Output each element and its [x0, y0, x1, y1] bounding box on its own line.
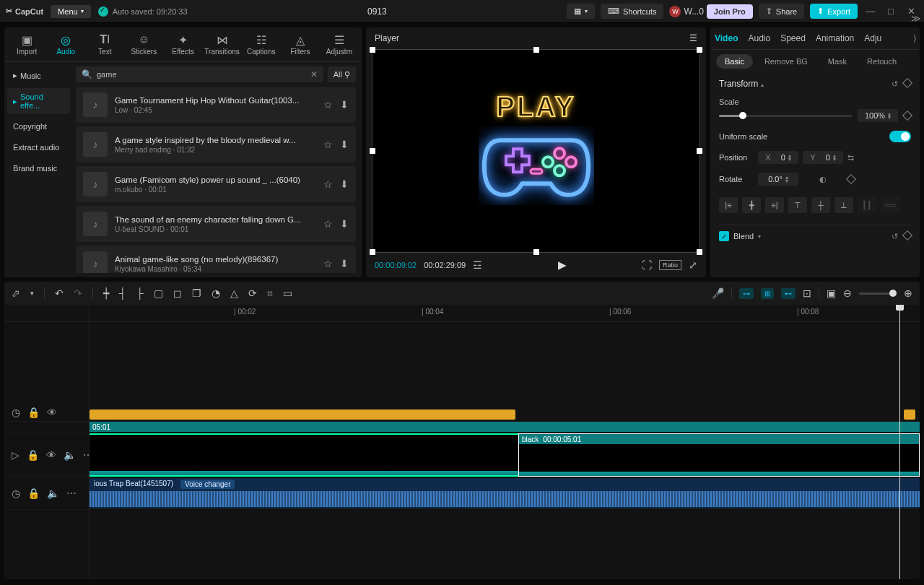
distribute-v-button[interactable]: ══: [881, 197, 899, 213]
join-pro-button[interactable]: Join Pro: [707, 4, 753, 19]
shortcuts-button[interactable]: ⌨ Shortcuts: [601, 4, 663, 19]
mute-icon[interactable]: 🔈: [64, 449, 76, 461]
rotate-value[interactable]: 0.0°▴▾: [758, 173, 798, 186]
mute-icon[interactable]: 🔈: [47, 488, 59, 499]
scale-value[interactable]: 100%▴▾: [858, 109, 898, 122]
prop-tab-video[interactable]: Video: [715, 33, 738, 43]
timeline-ruler[interactable]: | 00:02 | 00:04 | 00:06 | 00:08: [90, 305, 920, 322]
favorite-icon[interactable]: ☆: [323, 178, 333, 190]
more-icon[interactable]: ⋯: [66, 488, 77, 499]
trim-right-button[interactable]: ├: [136, 287, 144, 299]
align-vcenter-button[interactable]: ┼: [811, 197, 830, 213]
lock-icon[interactable]: 🔒: [27, 488, 40, 499]
share-button[interactable]: ⇪ Share: [759, 4, 804, 19]
cat-sfx[interactable]: ▸Sound effe...: [7, 88, 70, 114]
preview-button[interactable]: ⊡: [803, 287, 811, 299]
ratio-button[interactable]: Ratio: [659, 260, 681, 270]
cat-extract[interactable]: Extract audio: [7, 139, 70, 156]
lock-icon[interactable]: 🔒: [27, 407, 40, 418]
scale-slider[interactable]: [719, 115, 852, 117]
nav-filters[interactable]: ◬Filters: [281, 32, 320, 57]
link-xy-icon[interactable]: ⇆: [847, 153, 854, 162]
zoom-in-button[interactable]: ⊕: [904, 287, 912, 299]
compare-icon[interactable]: ☲: [473, 259, 482, 271]
eye-icon[interactable]: 👁: [47, 407, 57, 418]
keyframe-icon[interactable]: [902, 77, 912, 87]
cat-copyright[interactable]: Copyright: [7, 118, 70, 135]
mic-button[interactable]: 🎤: [712, 287, 724, 299]
search-box[interactable]: 🔍 ✕: [76, 66, 323, 82]
download-icon[interactable]: ⬇: [340, 178, 349, 190]
menu-button[interactable]: Menu ▾: [51, 5, 91, 18]
subtab-basic[interactable]: Basic: [716, 54, 753, 69]
video-lane[interactable]: black00:00:05:01: [90, 433, 920, 477]
mirror-button[interactable]: △: [230, 287, 238, 299]
nav-effects[interactable]: ✦Effects: [163, 32, 202, 57]
audio-item[interactable]: ♪ The sound of an enemy character fallin…: [76, 206, 356, 242]
cat-brand[interactable]: Brand music: [7, 160, 70, 177]
delete-button[interactable]: ▢: [154, 287, 163, 299]
align-hcenter-button[interactable]: ╋: [742, 197, 761, 213]
position-y[interactable]: Y 0▴▾: [803, 151, 843, 164]
fullscreen-icon[interactable]: ⤢: [689, 259, 697, 271]
prop-tab-animation[interactable]: Animation: [816, 33, 854, 43]
prop-scroll-icon[interactable]: ⟩: [913, 33, 917, 43]
video-clip-1[interactable]: [90, 433, 518, 477]
maximize-button[interactable]: □: [884, 6, 898, 17]
search-input[interactable]: [97, 70, 306, 79]
export-button[interactable]: ⬆ Export: [810, 4, 858, 19]
fx-lane[interactable]: [90, 322, 920, 422]
video-clip-2[interactable]: black00:00:05:01: [518, 433, 920, 477]
nav-import[interactable]: ▣Import: [7, 32, 46, 57]
speed-button[interactable]: ◔: [212, 287, 220, 299]
duplicate-button[interactable]: ❐: [192, 287, 201, 299]
undo-button[interactable]: ↶: [55, 287, 64, 299]
fx-clip[interactable]: [90, 410, 515, 420]
freeze-button[interactable]: ▭: [283, 287, 292, 299]
pointer-dropdown[interactable]: ▾: [30, 290, 34, 297]
reset-icon[interactable]: ↺: [892, 79, 898, 89]
crop-button[interactable]: ⌗: [267, 287, 273, 300]
player-viewport[interactable]: PLAY: [372, 49, 700, 253]
redo-button[interactable]: ↷: [74, 287, 82, 299]
audio-lane[interactable]: ious Trap Beat(1451507)Voice changer: [90, 477, 920, 510]
align-left-button[interactable]: |≡: [719, 197, 738, 213]
avatar[interactable]: W: [669, 6, 681, 17]
pointer-tool[interactable]: ⬀: [12, 287, 20, 299]
lock-icon[interactable]: 🔒: [27, 449, 39, 461]
filter-all-button[interactable]: All ⚲: [328, 66, 356, 82]
clear-icon[interactable]: ✕: [310, 69, 318, 79]
audio-item[interactable]: ♪ Game Tournament Hip Hop Without Guitar…: [76, 87, 356, 123]
subtab-removebg[interactable]: Remove BG: [756, 54, 816, 69]
nav-text[interactable]: TIText: [85, 32, 124, 57]
nav-audio[interactable]: ◎Audio: [46, 32, 85, 57]
trim-left-button[interactable]: ┤: [119, 287, 126, 299]
link-button[interactable]: ⊷: [781, 288, 796, 299]
zoom-slider[interactable]: [859, 292, 897, 295]
eye-icon[interactable]: 👁: [46, 449, 56, 461]
nav-stickers[interactable]: ☺Stickers: [124, 32, 163, 57]
safezone-icon[interactable]: ⛶: [642, 259, 652, 271]
audio-item[interactable]: ♪ Game (Famicom style) power up sound _ …: [76, 166, 356, 202]
download-icon[interactable]: ⬇: [340, 258, 349, 269]
fx-marker[interactable]: [904, 410, 915, 420]
subtab-retouch[interactable]: Retouch: [858, 54, 905, 69]
favorite-icon[interactable]: ☆: [323, 218, 333, 230]
reset-icon[interactable]: ↺: [892, 232, 898, 241]
position-x[interactable]: X 0▴▾: [758, 151, 798, 164]
cover-button[interactable]: ▣: [827, 287, 836, 299]
magnet-button[interactable]: ⊶: [739, 288, 754, 299]
prop-tab-speed[interactable]: Speed: [780, 33, 806, 43]
cat-music[interactable]: ▸Music: [7, 66, 70, 84]
player-menu-icon[interactable]: ☰: [689, 33, 697, 43]
nav-transitions[interactable]: ⋈Transitions: [203, 32, 242, 57]
keyframe-icon[interactable]: [902, 110, 912, 121]
play-button[interactable]: ▶: [489, 259, 635, 272]
clock-icon[interactable]: ◷: [12, 488, 20, 499]
snap-button[interactable]: ⊞: [761, 288, 774, 299]
subtab-mask[interactable]: Mask: [819, 54, 855, 69]
distribute-h-button[interactable]: ┃┃: [858, 197, 876, 213]
prop-tab-audio[interactable]: Audio: [748, 33, 770, 43]
download-icon[interactable]: ⬇: [340, 218, 349, 230]
keyframe-icon[interactable]: [902, 230, 912, 240]
